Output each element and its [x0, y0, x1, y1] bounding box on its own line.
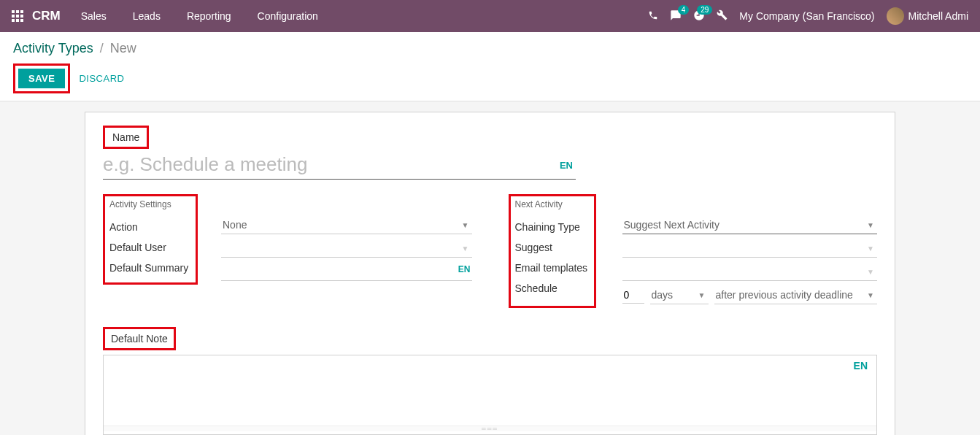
lang-badge-summary[interactable]: EN	[458, 264, 471, 274]
activities-badge: 29	[697, 5, 712, 15]
default-summary-input[interactable]	[221, 263, 472, 281]
name-label: Name	[112, 131, 139, 143]
save-button[interactable]: SAVE	[18, 69, 65, 88]
main-navbar: CRM Sales Leads Reporting Configuration …	[0, 0, 980, 32]
control-panel: Activity Types / New SAVE DISCARD	[0, 32, 980, 101]
lang-badge-note[interactable]: EN	[854, 360, 868, 372]
schedule-unit-select[interactable]	[650, 286, 709, 304]
navbar-left: CRM Sales Leads Reporting Configuration	[12, 9, 336, 23]
default-user-label: Default User	[109, 237, 191, 258]
tools-icon[interactable]	[717, 9, 728, 23]
messages-icon[interactable]: 4	[670, 9, 682, 23]
form-area: Name EN Activity Settings Action Default…	[0, 101, 980, 435]
discard-button[interactable]: DISCARD	[76, 69, 127, 88]
clock-icon[interactable]: 29	[693, 9, 705, 23]
email-templates-label: Email templates	[515, 258, 588, 278]
default-summary-label: Default Summary	[109, 258, 191, 278]
phone-icon[interactable]	[648, 10, 658, 23]
suggest-select[interactable]	[622, 239, 878, 258]
navbar-right: 4 29 My Company (San Francisco) Mitchell…	[648, 7, 968, 25]
breadcrumb-current: New	[110, 41, 136, 55]
breadcrumb-parent[interactable]: Activity Types	[13, 41, 93, 55]
company-selector[interactable]: My Company (San Francisco)	[739, 10, 874, 22]
nav-link-leads[interactable]: Leads	[133, 10, 161, 22]
chaining-type-label: Chaining Type	[515, 217, 588, 237]
breadcrumb: Activity Types / New	[13, 41, 967, 56]
breadcrumb-separator: /	[100, 41, 104, 55]
next-activity-title: Next Activity	[515, 199, 588, 209]
user-name: Mitchell Admi	[908, 10, 968, 22]
default-note-section: Default Note EN ═══	[103, 327, 877, 435]
email-templates-select[interactable]	[622, 263, 878, 281]
form-columns: Activity Settings Action Default User De…	[103, 194, 877, 308]
activity-settings-title: Activity Settings	[109, 199, 191, 209]
left-column: Activity Settings Action Default User De…	[103, 194, 472, 308]
resize-handle[interactable]: ═══	[104, 426, 876, 431]
messages-badge: 4	[678, 5, 690, 15]
nav-link-sales[interactable]: Sales	[81, 10, 107, 22]
right-column: Next Activity Chaining Type Suggest Emai…	[509, 194, 878, 308]
name-input[interactable]	[103, 150, 576, 180]
form-sheet: Name EN Activity Settings Action Default…	[85, 112, 895, 435]
name-field: Name EN	[103, 126, 877, 180]
action-select[interactable]	[221, 216, 472, 234]
user-menu[interactable]: Mitchell Admi	[887, 7, 968, 25]
default-note-label: Default Note	[111, 333, 168, 344]
chaining-type-select[interactable]	[622, 216, 878, 234]
default-user-select[interactable]	[221, 239, 472, 258]
schedule-after-select[interactable]	[714, 286, 878, 304]
action-buttons: SAVE DISCARD	[13, 63, 967, 93]
default-note-editor[interactable]: EN ═══	[103, 355, 877, 435]
nav-link-configuration[interactable]: Configuration	[258, 10, 318, 22]
apps-icon[interactable]	[12, 10, 23, 22]
action-label: Action	[109, 217, 191, 237]
schedule-label: Schedule	[515, 278, 588, 299]
nav-link-reporting[interactable]: Reporting	[187, 10, 231, 22]
schedule-number-input[interactable]	[622, 287, 644, 304]
lang-badge-name[interactable]: EN	[560, 160, 573, 171]
avatar	[887, 7, 904, 25]
suggest-label: Suggest	[515, 237, 588, 258]
app-title[interactable]: CRM	[32, 9, 61, 23]
